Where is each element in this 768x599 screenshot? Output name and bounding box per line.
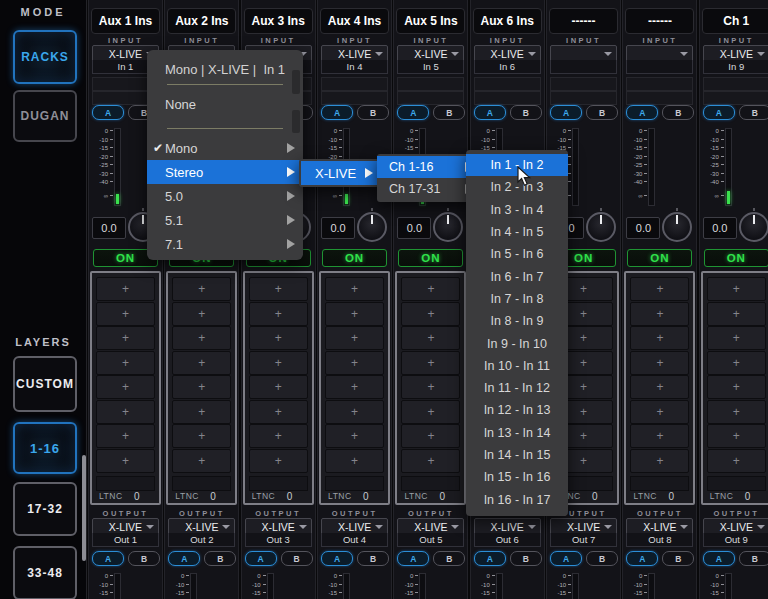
- user-slot[interactable]: [703, 77, 768, 91]
- strip-header[interactable]: Aux 5 Ins: [396, 8, 465, 34]
- output-a-button[interactable]: A: [92, 551, 124, 566]
- range-item-in13-in14[interactable]: In 13 - In 14: [466, 422, 568, 444]
- menu-scrollbar-thumb[interactable]: [292, 110, 300, 133]
- input-b-button[interactable]: B: [433, 105, 465, 120]
- strip-header[interactable]: Ch 1: [702, 8, 768, 34]
- insert-slot-add[interactable]: +: [325, 375, 384, 399]
- input-b-button[interactable]: B: [662, 105, 694, 120]
- layer-button-17-32[interactable]: 17-32: [13, 482, 77, 536]
- range-item-in9-in10[interactable]: In 9 - In 10: [466, 332, 568, 354]
- input-channel-value[interactable]: In 6: [474, 60, 541, 74]
- user-slot[interactable]: [397, 77, 464, 91]
- menu-item-none[interactable]: None: [147, 91, 303, 117]
- insert-slot-add[interactable]: +: [630, 375, 689, 399]
- range-item-in12-in13[interactable]: In 12 - In 13: [466, 399, 568, 421]
- insert-slot-add[interactable]: +: [96, 326, 155, 350]
- output-b-button[interactable]: B: [433, 551, 465, 566]
- insert-slot-add[interactable]: +: [96, 449, 155, 473]
- insert-slot-add[interactable]: +: [401, 424, 460, 448]
- input-a-button[interactable]: A: [550, 105, 582, 120]
- menu-item-mono[interactable]: Mono✔: [147, 136, 303, 160]
- insert-slot-add[interactable]: +: [401, 449, 460, 473]
- input-a-button[interactable]: A: [92, 105, 124, 120]
- strip-header[interactable]: ------: [625, 8, 694, 34]
- strip-header[interactable]: ------: [549, 8, 618, 34]
- insert-slot-add[interactable]: +: [172, 400, 231, 424]
- insert-slot-add[interactable]: +: [707, 302, 766, 326]
- insert-slot-add[interactable]: +: [172, 424, 231, 448]
- menu-item-5-0[interactable]: 5.0: [147, 184, 303, 208]
- insert-slot-add[interactable]: +: [325, 326, 384, 350]
- output-channel-value[interactable]: Out 3: [245, 533, 312, 547]
- user-slot[interactable]: [397, 91, 464, 105]
- insert-slot-add[interactable]: +: [401, 400, 460, 424]
- insert-slot-add[interactable]: +: [172, 326, 231, 350]
- insert-slot-add[interactable]: +: [401, 351, 460, 375]
- insert-slot-add[interactable]: +: [249, 449, 308, 473]
- layer-button-1-16[interactable]: 1-16: [13, 422, 77, 474]
- insert-slot-add[interactable]: +: [707, 449, 766, 473]
- insert-slot-add[interactable]: +: [401, 302, 460, 326]
- output-channel-value[interactable]: Out 2: [168, 533, 235, 547]
- insert-slot-add[interactable]: +: [325, 351, 384, 375]
- output-b-button[interactable]: B: [128, 551, 160, 566]
- user-slot[interactable]: [703, 91, 768, 105]
- input-channel-value[interactable]: In 9: [703, 60, 768, 74]
- insert-slot-add[interactable]: +: [172, 351, 231, 375]
- insert-slot-add[interactable]: +: [249, 302, 308, 326]
- range-item-in4-in5[interactable]: In 4 - In 5: [466, 221, 568, 243]
- output-b-button[interactable]: B: [281, 551, 313, 566]
- insert-slot-add[interactable]: +: [325, 400, 384, 424]
- range-item-in5-in6[interactable]: In 5 - In 6: [466, 243, 568, 265]
- output-a-button[interactable]: A: [245, 551, 277, 566]
- insert-slot-add[interactable]: +: [249, 351, 308, 375]
- output-b-button[interactable]: B: [357, 551, 389, 566]
- strip-header[interactable]: Aux 2 Ins: [167, 8, 236, 34]
- input-a-button[interactable]: A: [626, 105, 658, 120]
- insert-slot-add[interactable]: +: [249, 277, 308, 301]
- output-a-button[interactable]: A: [321, 551, 353, 566]
- range-item-in7-in8[interactable]: In 7 - In 8: [466, 288, 568, 310]
- input-b-button[interactable]: B: [586, 105, 618, 120]
- strip-header[interactable]: Aux 6 Ins: [473, 8, 542, 34]
- range-item-in14-in15[interactable]: In 14 - In 15: [466, 444, 568, 466]
- insert-slot-add[interactable]: +: [325, 277, 384, 301]
- insert-slot-add[interactable]: +: [172, 375, 231, 399]
- user-slot[interactable]: [550, 77, 617, 91]
- insert-slot-add[interactable]: +: [96, 351, 155, 375]
- user-slot[interactable]: [474, 77, 541, 91]
- insert-slot-add[interactable]: +: [249, 326, 308, 350]
- user-slot[interactable]: [474, 91, 541, 105]
- insert-slot-add[interactable]: +: [249, 400, 308, 424]
- input-b-button[interactable]: B: [357, 105, 389, 120]
- insert-slot-add[interactable]: +: [249, 375, 308, 399]
- insert-slot-add[interactable]: +: [630, 302, 689, 326]
- range-item-in11-in12[interactable]: In 11 - In 12: [466, 377, 568, 399]
- menu-item-stereo[interactable]: Stereo: [147, 160, 303, 184]
- output-channel-value[interactable]: Out 4: [321, 533, 388, 547]
- insert-slot-add[interactable]: +: [707, 277, 766, 301]
- output-a-button[interactable]: A: [703, 551, 735, 566]
- output-b-button[interactable]: B: [739, 551, 768, 566]
- insert-slot-add[interactable]: +: [707, 351, 766, 375]
- input-a-button[interactable]: A: [474, 105, 506, 120]
- strip-header[interactable]: Aux 3 Ins: [244, 8, 313, 34]
- insert-slot-add[interactable]: +: [172, 277, 231, 301]
- input-channel-value[interactable]: In 5: [397, 60, 464, 74]
- user-slot[interactable]: [321, 91, 388, 105]
- output-a-button[interactable]: A: [474, 551, 506, 566]
- gain-knob[interactable]: [586, 212, 616, 242]
- insert-slot-add[interactable]: +: [630, 277, 689, 301]
- insert-slot-add[interactable]: +: [707, 375, 766, 399]
- submenu-item-ch-17-31[interactable]: Ch 17-31: [377, 178, 478, 200]
- range-item-in8-in9[interactable]: In 8 - In 9: [466, 310, 568, 332]
- insert-slot-add[interactable]: +: [325, 302, 384, 326]
- output-a-button[interactable]: A: [626, 551, 658, 566]
- strip-header[interactable]: Aux 1 Ins: [91, 8, 160, 34]
- insert-slot-add[interactable]: +: [96, 302, 155, 326]
- insert-slot-add[interactable]: +: [96, 277, 155, 301]
- input-a-button[interactable]: A: [703, 105, 735, 120]
- user-slot[interactable]: [626, 91, 693, 105]
- output-a-button[interactable]: A: [168, 551, 200, 566]
- insert-slot-add[interactable]: +: [401, 277, 460, 301]
